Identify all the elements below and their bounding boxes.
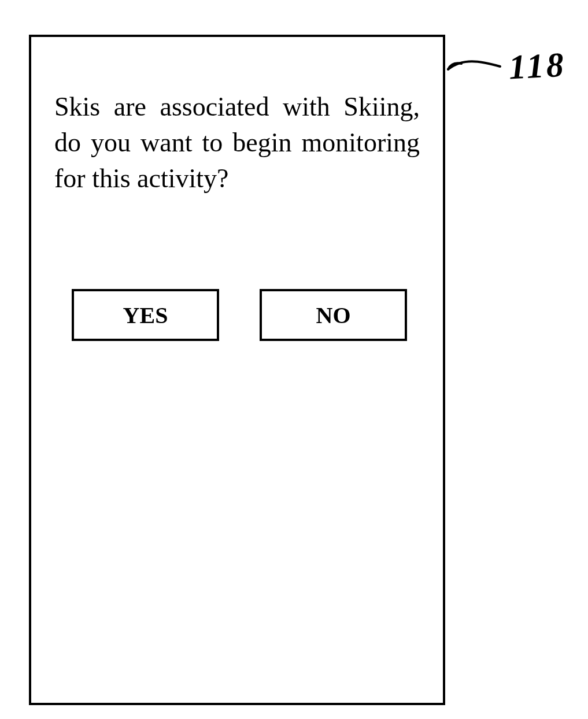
prompt-text: Skis are associated with Skiing, do you …: [54, 89, 420, 197]
figure-ref-label: 118: [508, 45, 567, 87]
button-row: YES NO: [54, 289, 420, 341]
yes-button-label: YES: [123, 302, 168, 329]
figure-canvas: Skis are associated with Skiing, do you …: [0, 0, 588, 719]
yes-button[interactable]: YES: [72, 289, 219, 341]
leader-line-icon: [445, 52, 515, 87]
figure-callout: 118: [445, 52, 578, 98]
device-frame: Skis are associated with Skiing, do you …: [29, 35, 445, 705]
no-button[interactable]: NO: [260, 289, 407, 341]
no-button-label: NO: [316, 302, 351, 329]
